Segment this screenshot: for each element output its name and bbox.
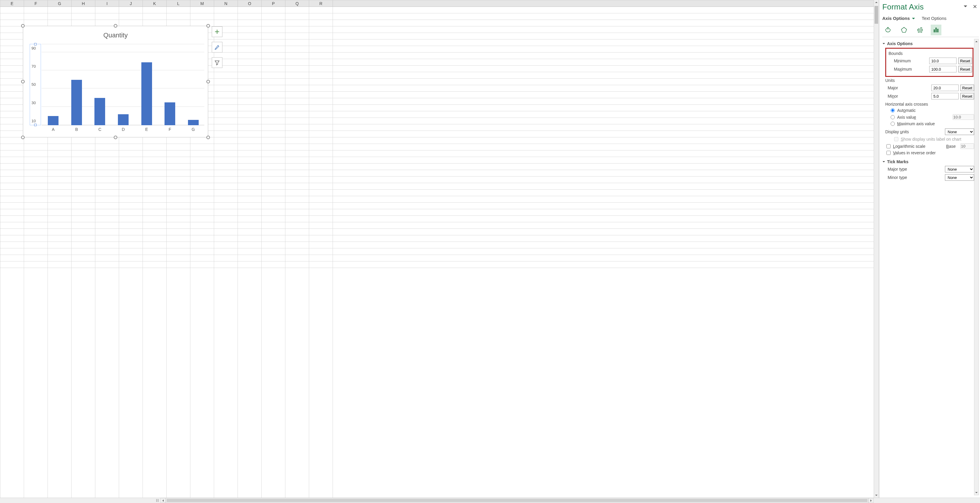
tick-major-label: Major type	[888, 167, 945, 171]
chart-bar[interactable]	[94, 98, 105, 125]
resize-handle[interactable]	[207, 24, 210, 28]
axis-options-icon[interactable]	[931, 25, 941, 35]
grid-horizontal-scrollbar[interactable]	[0, 498, 980, 503]
hcross-axisvalue-label: Axis value	[897, 115, 916, 120]
resize-handle[interactable]	[21, 80, 25, 83]
tab-text-options[interactable]: Text Options	[922, 16, 947, 21]
fill-line-icon[interactable]	[883, 25, 893, 35]
svg-marker-1	[901, 27, 907, 32]
sheet-splitter[interactable]	[154, 498, 161, 503]
chart-plot-area[interactable]: 1030507090ABCDEFG	[32, 44, 204, 132]
scroll-left-arrow[interactable]	[161, 498, 166, 503]
hcross-max-label: Maximum axis value	[897, 121, 935, 126]
column-header[interactable]: G	[48, 0, 72, 6]
column-header[interactable]: H	[72, 0, 95, 6]
pane-scroll-down-arrow[interactable]	[974, 490, 978, 495]
chart-bar[interactable]	[164, 102, 175, 125]
column-header[interactable]: M	[190, 0, 214, 6]
scroll-down-arrow[interactable]	[874, 493, 878, 498]
units-minor-input[interactable]	[931, 93, 959, 99]
hcross-max-radio[interactable]	[891, 122, 895, 126]
units-major-input[interactable]	[931, 84, 959, 91]
column-header[interactable]: J	[119, 0, 143, 6]
size-properties-icon[interactable]	[915, 25, 925, 35]
log-scale-checkbox[interactable]	[886, 144, 891, 148]
chart-bar[interactable]	[142, 62, 152, 125]
units-minor-label: Minor	[888, 94, 931, 98]
column-header[interactable]: N	[214, 0, 238, 6]
chart-bar[interactable]	[48, 116, 59, 125]
display-units-select[interactable]: None	[945, 129, 974, 135]
show-display-units-label: Show display units label on chart	[901, 137, 961, 141]
chart-elements-button[interactable]	[212, 26, 223, 37]
column-header[interactable]: K	[143, 0, 167, 6]
column-header[interactable]: E	[0, 0, 24, 6]
units-major-reset-button[interactable]: Reset	[960, 84, 974, 91]
section-axis-options[interactable]: Axis Options	[882, 41, 974, 46]
column-header[interactable]: O	[238, 0, 262, 6]
units-minor-reset-button[interactable]: Reset	[960, 93, 974, 99]
grid-vertical-scrollbar[interactable]	[874, 0, 879, 498]
column-headers: EFGHIJKLMNOPQR	[0, 0, 874, 7]
tick-major-select[interactable]: None	[945, 166, 974, 172]
bounds-max-input[interactable]	[929, 66, 956, 72]
svg-rect-3	[921, 28, 922, 32]
x-axis-tick: F	[164, 127, 175, 132]
svg-rect-5	[935, 28, 937, 32]
bounds-min-reset-button[interactable]: Reset	[958, 57, 972, 64]
pane-scroll-up-arrow[interactable]	[974, 39, 978, 44]
resize-handle[interactable]	[207, 136, 210, 139]
tick-minor-select[interactable]: None	[945, 174, 974, 181]
section-tick-marks[interactable]: Tick Marks	[882, 159, 974, 164]
log-base-input	[960, 143, 974, 149]
column-header[interactable]: F	[24, 0, 48, 6]
svg-rect-6	[937, 29, 939, 32]
chart-styles-button[interactable]	[212, 42, 223, 52]
spreadsheet-grid[interactable]: EFGHIJKLMNOPQR Quantity 10305070	[0, 0, 874, 498]
chart-title[interactable]: Quantity	[23, 32, 208, 39]
chart-gridlines	[41, 44, 204, 125]
effects-icon[interactable]	[899, 25, 909, 35]
values-reverse-checkbox[interactable]	[886, 151, 891, 155]
resize-handle[interactable]	[21, 24, 25, 28]
close-icon[interactable]	[973, 5, 977, 10]
display-units-label: Display units	[885, 129, 945, 134]
scroll-right-arrow[interactable]	[868, 498, 874, 503]
scroll-up-arrow[interactable]	[874, 0, 878, 5]
hcross-auto-label: Automatic	[897, 108, 916, 113]
svg-rect-4	[934, 29, 935, 32]
chart-bar[interactable]	[118, 114, 129, 125]
resize-handle[interactable]	[207, 80, 210, 83]
hcross-label: Horizontal axis crosses	[882, 102, 974, 106]
x-axis-tick: G	[188, 127, 199, 132]
h-scrollbar-thumb[interactable]	[167, 499, 867, 502]
column-header[interactable]: L	[167, 0, 190, 6]
tab-axis-options[interactable]: Axis Options	[882, 16, 915, 21]
bounds-max-reset-button[interactable]: Reset	[958, 66, 972, 72]
bounds-max-label: Maximum	[894, 67, 929, 71]
chart-bar[interactable]	[188, 120, 199, 125]
hcross-auto-radio[interactable]	[891, 108, 895, 113]
pane-title: Format Axis	[882, 2, 924, 11]
hcross-axisvalue-radio[interactable]	[891, 115, 895, 119]
bounds-min-input[interactable]	[929, 57, 956, 64]
x-axis-tick: A	[48, 127, 59, 132]
scrollbar-thumb[interactable]	[875, 6, 878, 24]
chart-bar[interactable]	[71, 80, 82, 125]
column-header[interactable]: Q	[285, 0, 309, 6]
column-header[interactable]: I	[95, 0, 119, 6]
format-axis-pane: Format Axis Axis Options Text Options	[879, 0, 980, 498]
y-axis-tick: 10	[32, 119, 36, 123]
column-header[interactable]: R	[309, 0, 333, 6]
chart-tool-buttons	[212, 26, 223, 68]
column-header[interactable]: P	[262, 0, 285, 6]
resize-handle[interactable]	[114, 136, 117, 139]
pane-dropdown-icon[interactable]	[963, 5, 967, 10]
embedded-chart[interactable]: Quantity 1030507090ABCDEFG	[23, 26, 208, 137]
pane-vertical-scrollbar[interactable]	[974, 39, 979, 495]
resize-handle[interactable]	[114, 24, 117, 28]
resize-handle[interactable]	[21, 136, 25, 139]
chart-filters-button[interactable]	[212, 57, 223, 68]
y-axis-tick: 50	[32, 82, 36, 87]
log-base-label: Base	[946, 144, 956, 149]
